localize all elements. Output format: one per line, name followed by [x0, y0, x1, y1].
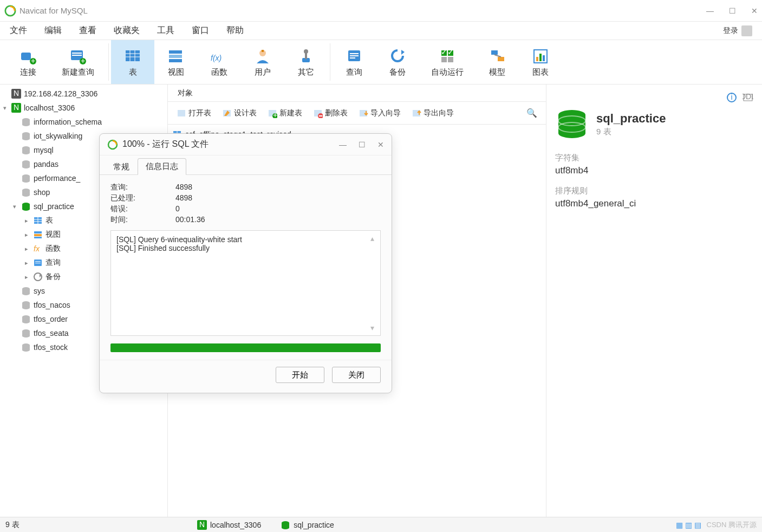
rp-subtitle: 9 表 — [596, 127, 666, 137]
db-icon — [21, 201, 31, 212]
svg-rect-15 — [169, 55, 182, 58]
dialog-stats: 查询:4898 已处理:4898 错误:0 时间:00:01.36 — [110, 183, 381, 225]
charset-value: utf8mb4 — [555, 165, 753, 176]
svg-rect-30 — [448, 57, 453, 62]
menu-window[interactable]: 窗口 — [192, 25, 209, 36]
svg-rect-6 — [72, 55, 82, 56]
delete-icon — [313, 108, 323, 118]
maximize-button[interactable]: ☐ — [729, 7, 736, 15]
btn-delete-table[interactable]: 删除表 — [309, 106, 352, 120]
tool-other[interactable]: 其它 — [284, 40, 328, 84]
svg-text:N: N — [14, 103, 19, 112]
search-icon[interactable]: 🔍 — [526, 108, 542, 118]
tool-chart[interactable]: 图表 — [519, 40, 562, 84]
tool-model[interactable]: 模型 — [476, 40, 519, 84]
login-button[interactable]: 登录 — [723, 25, 752, 36]
svg-text:N: N — [199, 520, 205, 529]
db-icon — [21, 328, 31, 339]
query-icon: + — [68, 47, 88, 66]
tool-func-label: 函数 — [211, 67, 227, 77]
tool-func[interactable]: f(x) 函数 — [198, 40, 241, 84]
charset-label: 字符集 — [555, 153, 753, 163]
log-line: [SQL] Query 6-winequality-white start — [116, 235, 375, 244]
svg-point-82 — [22, 306, 30, 309]
scroll-up-icon[interactable]: ▴ — [370, 234, 378, 243]
dialog-log[interactable]: [SQL] Query 6-winequality-white start [S… — [110, 230, 381, 336]
tool-table[interactable]: 表 — [111, 40, 154, 84]
server-icon: N — [11, 88, 22, 99]
tool-table-label: 表 — [129, 67, 137, 77]
svg-text:+: + — [31, 56, 35, 65]
conn-1[interactable]: ▾Nlocalhost_3306 — [0, 101, 167, 115]
info-icon[interactable]: i — [726, 92, 737, 103]
conn-0-label: 192.168.42.128_3306 — [24, 89, 97, 98]
view-icon — [166, 47, 186, 66]
btn-new-table[interactable]: +新建表 — [263, 106, 307, 120]
table-icon — [123, 47, 142, 66]
object-tab[interactable]: 对象 — [168, 85, 546, 102]
tool-other-label: 其它 — [298, 67, 314, 77]
dialog-maximize[interactable]: ☐ — [359, 140, 366, 149]
tool-backup[interactable]: 备份 — [376, 40, 419, 84]
db-information-schema[interactable]: information_schema — [0, 115, 167, 129]
dialog-tabs: 常规 信息日志 — [100, 155, 392, 175]
tool-query[interactable]: 查询 — [333, 40, 376, 84]
close-button[interactable]: ✕ — [751, 7, 758, 15]
avatar-icon — [741, 25, 752, 36]
tool-chart-label: 图表 — [532, 67, 549, 77]
conn-0[interactable]: N192.168.42.128_3306 — [0, 87, 167, 101]
open-icon — [177, 108, 186, 118]
minimize-button[interactable]: — — [706, 7, 714, 15]
db-icon — [21, 342, 31, 353]
start-button[interactable]: 开始 — [276, 367, 324, 383]
btn-open-table[interactable]: 打开表 — [172, 106, 216, 120]
svg-point-61 — [22, 193, 30, 197]
menu-tools[interactable]: 工具 — [157, 25, 174, 36]
db-icon — [21, 187, 31, 198]
svg-point-91 — [22, 348, 30, 352]
stat-processed-label: 已处理: — [110, 193, 175, 203]
wrench-icon — [296, 47, 316, 66]
tool-newquery[interactable]: + 新建查询 — [50, 40, 106, 84]
menu-edit[interactable]: 编辑 — [44, 25, 62, 36]
svg-rect-9 — [126, 50, 140, 61]
svg-line-35 — [494, 55, 501, 57]
tool-user[interactable]: 用户 — [241, 40, 284, 84]
tool-auto-label: 自动运行 — [431, 67, 464, 77]
menu-view[interactable]: 查看 — [79, 25, 96, 36]
btn-design-table[interactable]: 设计表 — [218, 106, 261, 120]
query-icon — [32, 257, 43, 268]
svg-text:f(x): f(x) — [211, 54, 222, 62]
plug-icon: + — [18, 47, 38, 66]
svg-rect-24 — [350, 53, 359, 54]
tool-auto[interactable]: ✓✓ 自动运行 — [419, 40, 476, 84]
tab-general[interactable]: 常规 — [105, 159, 138, 175]
tab-log[interactable]: 信息日志 — [138, 158, 186, 175]
svg-rect-75 — [35, 263, 41, 263]
statusbar: 9 表 Nlocalhost_3306 sql_practice ▦ ▥ ▤ C… — [0, 517, 762, 532]
ddl-icon[interactable]: DDL — [743, 92, 753, 103]
view-mode-icons[interactable]: ▦ ▥ ▤ — [676, 521, 701, 529]
svg-point-49 — [22, 137, 30, 140]
svg-rect-26 — [350, 57, 355, 59]
dialog-close[interactable]: ✕ — [377, 140, 384, 149]
tool-connect[interactable]: + 连接 — [6, 40, 50, 84]
db-icon — [21, 145, 31, 155]
menu-help[interactable]: 帮助 — [226, 25, 244, 36]
stat-processed-value: 4898 — [175, 193, 381, 203]
import-icon — [359, 108, 368, 118]
tool-view[interactable]: 视图 — [154, 40, 198, 84]
close-button[interactable]: 关闭 — [332, 367, 381, 383]
stat-query-label: 查询: — [110, 183, 175, 192]
scroll-down-icon[interactable]: ▾ — [370, 323, 378, 332]
dialog-minimize[interactable]: — — [339, 140, 347, 149]
svg-text:✓: ✓ — [447, 48, 454, 56]
menu-fav[interactable]: 收藏夹 — [114, 25, 140, 36]
svg-text:✓: ✓ — [441, 48, 447, 56]
query2-icon — [344, 47, 364, 66]
svg-rect-74 — [35, 261, 41, 262]
btn-import-wizard[interactable]: 导入向导 — [354, 106, 405, 120]
svg-point-85 — [22, 320, 30, 323]
btn-export-wizard[interactable]: 导出向导 — [407, 106, 458, 120]
menu-file[interactable]: 文件 — [10, 25, 27, 36]
